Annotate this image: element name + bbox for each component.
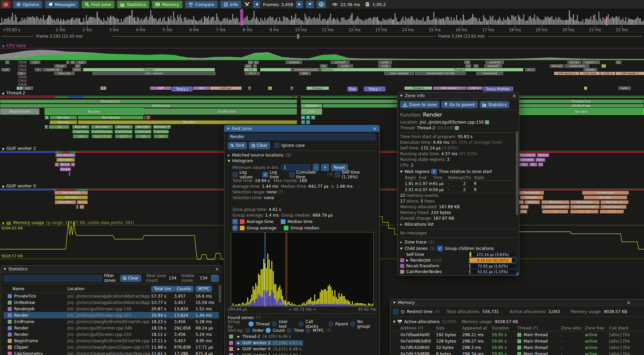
cpu-zone-chip[interactable]: sens-als — [550, 64, 564, 68]
zone[interactable]: Render — [114, 125, 133, 129]
zone[interactable]: Update — [301, 104, 322, 108]
zone[interactable]: PrivateTick — [0, 99, 297, 103]
zone[interactable]: Re — [519, 163, 529, 167]
cpu-zone-chip[interactable]: rot_o — [525, 68, 535, 71]
find-zone-titlebar[interactable]: ▼ Find zone × — [224, 125, 379, 132]
zone[interactable]: Render — [55, 200, 76, 204]
cpu-zone-chip[interactable]: syst — [76, 61, 86, 64]
zone[interactable]: Rencer — [541, 200, 570, 204]
collapse-triangle-icon[interactable]: ▼ — [228, 159, 230, 163]
zone[interactable]: 8 — [55, 163, 59, 167]
collapse-triangle-icon[interactable]: ▼ — [2, 147, 4, 151]
statistics-row[interactable]: BeginFramejni/../jni/src/claw/gfx/drv/vk… — [4, 338, 219, 344]
zone[interactable]: RenderJob — [78, 116, 144, 120]
statistics-titlebar[interactable]: ▼ Statistics × — [1, 266, 222, 272]
cut-button[interactable] — [211, 275, 219, 282]
cpu-zone-chip[interactable]: GUIF work — [580, 72, 600, 75]
cpu-zone-chip[interactable]: system-grris — [565, 64, 589, 68]
find-button[interactable]: Find — [228, 142, 247, 149]
go-to-parent-button[interactable]: Go to parent — [441, 101, 478, 108]
zone[interactable]: 22 C — [115, 134, 132, 138]
zone[interactable] — [76, 205, 78, 209]
found-zone-group[interactable]: ▶GUIF worker 0(3,231) 4.48 s — [228, 346, 376, 352]
cpu-zone-chip[interactable]: M — [101, 87, 106, 90]
cpu-zone-chip[interactable]: m a — [244, 68, 257, 71]
statistics-row[interactable]: EndFramejni/../jni/src/claw/gfx/drv/vk/D… — [4, 318, 219, 325]
zone[interactable]: OnRedraw — [0, 104, 297, 108]
collapse-triangle-icon[interactable]: ▼ — [400, 247, 402, 250]
cpu-zone-chip[interactable]: Thread-2 — [405, 87, 432, 90]
cpu-zone-chip[interactable]: kworke — [584, 68, 597, 71]
zone[interactable]: RerS — [525, 200, 540, 204]
zone[interactable]: CalcGeome — [541, 205, 570, 209]
collapse-triangle-icon[interactable]: ▼ — [393, 320, 395, 323]
cpu-zone-chip[interactable]: GUIF wor — [210, 87, 241, 90]
cpu-zone-chip[interactable]: s — [253, 64, 257, 68]
statistics-row[interactable]: CalcGeometryjni/../jni/src/claw/graphics… — [4, 350, 219, 355]
cpu-zone-chip[interactable]: rot_d — [245, 72, 260, 75]
cpu-zone-chip[interactable]: surf — [1, 68, 10, 71]
allocation-row[interactable]: 0x7dfaa64e00192 bytes298.21 ms59.95 sMai… — [393, 331, 644, 338]
zone[interactable]: Render — [519, 158, 535, 162]
cpu-zone-chip[interactable]: aud — [245, 64, 252, 68]
cpu-zone-chip[interactable]: tracy_systrace — [384, 72, 414, 75]
cpu-zone-chip[interactable]: surf — [30, 61, 40, 64]
child-time-bar[interactable]: 172.14 µs (3.83%) — [469, 252, 516, 257]
cpu-zone-chip[interactable]: kv.gm — [54, 64, 66, 68]
zone[interactable]: 26 — [135, 134, 151, 138]
cpu-zone-chip[interactable]: * — [248, 87, 251, 90]
zone[interactable]: CalcGec — [153, 130, 169, 134]
cpu-zone-chip[interactable]: surfac — [378, 61, 392, 64]
child-zone-row[interactable]: RecalcTransform72.92 µs (1.62%) — [400, 263, 516, 269]
cpu-zone-chip[interactable]: [au — [248, 61, 253, 64]
child-zone-row[interactable]: CalcRenderNodes51.51 µs (1.15%) — [400, 269, 516, 274]
zone[interactable]: 24 — [73, 134, 89, 138]
collapse-triangle-icon[interactable]: ▼ — [2, 185, 4, 188]
cpu-zone-chip[interactable]: syste — [619, 87, 631, 90]
filter-input[interactable] — [4, 275, 102, 281]
zone[interactable]: Draw — [60, 167, 71, 171]
zone[interactable]: 9 — [71, 163, 75, 167]
cpu-zone-chip[interactable]: tracy_systrace — [93, 72, 215, 75]
zone[interactable]: R — [45, 116, 49, 120]
zone-location[interactable]: jni/../jni/src/guif/Screen.cpp:150 — [420, 120, 484, 125]
statistics-row[interactable]: Renderjni/../jni/src/guif/Control.cpp:34… — [4, 325, 219, 331]
column-sort-counts[interactable]: Counts — [174, 286, 194, 292]
radio-time[interactable] — [287, 328, 292, 333]
close-icon[interactable]: × — [373, 126, 377, 131]
legend-checkbox[interactable]: ✓ — [232, 219, 238, 224]
zone[interactable]: Render — [50, 116, 77, 120]
clear-button[interactable]: Clear — [249, 142, 270, 149]
child-zone-row[interactable]: ▶RenderJob(×2)4.16 ms (92.60%) — [400, 257, 516, 263]
collapse-triangle-icon[interactable]: ▼ — [393, 301, 395, 304]
radio-mtpc[interactable] — [306, 328, 311, 333]
collapse-triangle-icon[interactable]: ▼ — [2, 92, 4, 95]
cpu-zone-chip[interactable]: GUIF worker 2 — [616, 72, 644, 75]
zone[interactable] — [144, 116, 146, 120]
zone[interactable]: Render — [55, 195, 88, 199]
ignore-case-checkbox[interactable] — [274, 143, 279, 148]
statistics-row[interactable]: OnRedrawjni/../jni/src/claw/application/… — [4, 299, 219, 306]
cpu-zone-chip[interactable]: au — [254, 61, 259, 64]
zone[interactable]: Render — [45, 108, 144, 115]
zone[interactable]: C1 C — [600, 210, 624, 214]
allocation-row[interactable]: 0x7e049b3d00128 bytes298.27 ms59.95 sMai… — [393, 338, 644, 344]
child-zone-row[interactable]: Submit35.63 µs (0.79%) — [400, 274, 516, 276]
zone[interactable]: Render R — [600, 200, 629, 204]
radio-thread[interactable] — [249, 321, 254, 326]
cpu-zone-chip[interactable]: surfacef — [286, 61, 302, 64]
zone[interactable]: Render — [584, 195, 627, 199]
expand-triangle-icon[interactable]: ▶ — [400, 240, 402, 244]
restrict-time-checkbox[interactable] — [393, 309, 398, 314]
cpu-zone-chip[interactable]: kv — [616, 61, 621, 64]
zone-info-scrollbar[interactable] — [516, 131, 518, 215]
zone[interactable]: Render — [135, 125, 152, 129]
column-location[interactable]: Location — [67, 286, 151, 291]
wait-region-row[interactable]: 2.01 m:2.07 m:59 µs-2R — [405, 187, 516, 193]
zone[interactable]: CalcGeomet — [570, 205, 600, 209]
zone[interactable]: Re 5 — [77, 200, 88, 204]
statistics-button[interactable]: Statistics — [480, 101, 509, 108]
zone[interactable]: Sel — [520, 210, 527, 214]
zone[interactable]: CalcGeo — [72, 130, 90, 134]
cpu-zone-chip[interactable]: surfac — [337, 64, 353, 68]
